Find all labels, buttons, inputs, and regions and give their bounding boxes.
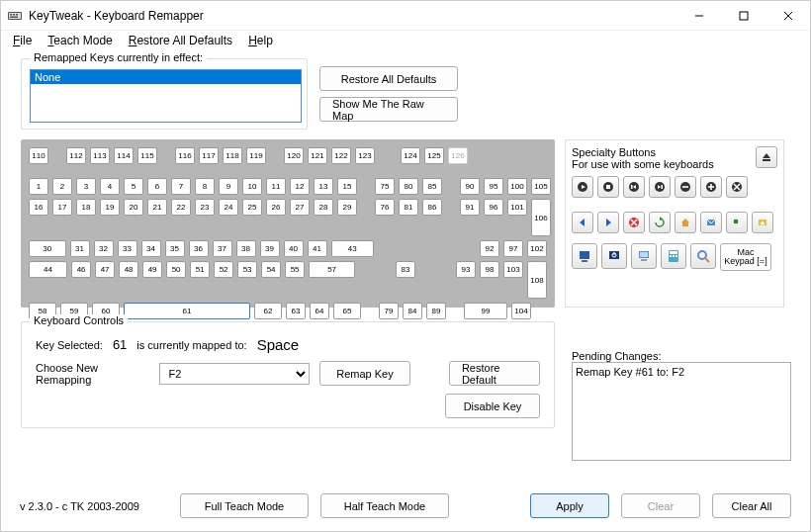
stop-nav-icon[interactable] — [623, 212, 645, 233]
key-1[interactable]: 1 — [29, 178, 48, 195]
key-8[interactable]: 8 — [195, 178, 215, 195]
key-81[interactable]: 81 — [399, 199, 418, 216]
menu-help[interactable]: Help — [240, 32, 281, 49]
key-99[interactable]: 99 — [464, 303, 507, 319]
apply-button[interactable]: Apply — [530, 493, 609, 518]
key-96[interactable]: 96 — [484, 199, 503, 216]
volume-up-icon[interactable] — [700, 176, 722, 198]
key-120[interactable]: 120 — [284, 147, 304, 164]
key-20[interactable]: 20 — [124, 199, 143, 216]
key-50[interactable]: 50 — [166, 261, 186, 278]
next-track-icon[interactable] — [649, 176, 671, 198]
disable-key-button[interactable]: Disable Key — [445, 394, 540, 418]
forward-icon[interactable] — [597, 212, 619, 233]
key-117[interactable]: 117 — [199, 147, 219, 164]
key-49[interactable]: 49 — [142, 261, 162, 278]
key-92[interactable]: 92 — [480, 240, 499, 257]
key-85[interactable]: 85 — [422, 178, 442, 195]
key-54[interactable]: 54 — [261, 261, 281, 278]
mute-icon[interactable] — [726, 176, 748, 198]
pending-listbox[interactable]: Remap Key #61 to: F2 — [572, 362, 791, 461]
key-125[interactable]: 125 — [424, 147, 444, 164]
restore-default-button[interactable]: Restore Default — [449, 361, 540, 386]
key-30[interactable]: 30 — [29, 240, 66, 257]
key-43[interactable]: 43 — [331, 240, 374, 257]
key-106[interactable]: 106 — [531, 199, 551, 236]
key-100[interactable]: 100 — [507, 178, 527, 195]
key-118[interactable]: 118 — [223, 147, 242, 164]
key-103[interactable]: 103 — [503, 261, 523, 278]
play-icon[interactable] — [572, 176, 593, 198]
key-84[interactable]: 84 — [403, 303, 422, 319]
key-6[interactable]: 6 — [147, 178, 167, 195]
key-124[interactable]: 124 — [401, 147, 420, 164]
prev-track-icon[interactable] — [623, 176, 645, 198]
full-teach-mode-button[interactable]: Full Teach Mode — [180, 493, 309, 518]
key-79[interactable]: 79 — [379, 303, 399, 319]
key-17[interactable]: 17 — [52, 199, 72, 216]
search-icon[interactable] — [690, 243, 716, 269]
key-23[interactable]: 23 — [195, 199, 215, 216]
key-112[interactable]: 112 — [66, 147, 86, 164]
key-34[interactable]: 34 — [141, 240, 161, 257]
key-75[interactable]: 75 — [375, 178, 395, 195]
search-nav-icon[interactable] — [726, 212, 748, 233]
key-16[interactable]: 16 — [29, 199, 48, 216]
key-28[interactable]: 28 — [314, 199, 333, 216]
key-89[interactable]: 89 — [426, 303, 446, 319]
key-93[interactable]: 93 — [456, 261, 476, 278]
key-51[interactable]: 51 — [190, 261, 210, 278]
half-teach-mode-button[interactable]: Half Teach Mode — [320, 493, 449, 518]
mac-keypad-button[interactable]: Mac Keypad [=] — [720, 243, 771, 271]
menu-restore-defaults[interactable]: Restore All Defaults — [121, 32, 240, 49]
key-115[interactable]: 115 — [137, 147, 157, 164]
key-15[interactable]: 15 — [337, 178, 357, 195]
key-64[interactable]: 64 — [310, 303, 329, 319]
key-7[interactable]: 7 — [171, 178, 191, 195]
key-18[interactable]: 18 — [76, 199, 96, 216]
key-25[interactable]: 25 — [242, 199, 262, 216]
key-110[interactable]: 110 — [29, 147, 48, 164]
key-27[interactable]: 27 — [290, 199, 310, 216]
key-2[interactable]: 2 — [52, 178, 72, 195]
clear-all-button[interactable]: Clear All — [712, 493, 791, 518]
key-40[interactable]: 40 — [284, 240, 304, 257]
key-86[interactable]: 86 — [422, 199, 442, 216]
key-44[interactable]: 44 — [29, 261, 67, 278]
key-121[interactable]: 121 — [308, 147, 327, 164]
key-57[interactable]: 57 — [309, 261, 355, 278]
close-button[interactable] — [766, 1, 810, 30]
key-116[interactable]: 116 — [175, 147, 195, 164]
key-126[interactable]: 126 — [448, 147, 468, 164]
key-76[interactable]: 76 — [375, 199, 395, 216]
home-icon[interactable] — [675, 212, 696, 233]
calculator-icon[interactable] — [661, 243, 686, 269]
key-65[interactable]: 65 — [333, 303, 361, 319]
key-53[interactable]: 53 — [237, 261, 257, 278]
key-123[interactable]: 123 — [355, 147, 375, 164]
refresh-icon[interactable] — [649, 212, 671, 233]
key-48[interactable]: 48 — [119, 261, 138, 278]
key-12[interactable]: 12 — [290, 178, 310, 195]
remapping-dropdown[interactable]: F2 — [159, 363, 310, 385]
key-35[interactable]: 35 — [165, 240, 185, 257]
restore-all-defaults-button[interactable]: Restore All Defaults — [319, 66, 458, 91]
key-37[interactable]: 37 — [213, 240, 232, 257]
key-26[interactable]: 26 — [266, 199, 286, 216]
key-104[interactable]: 104 — [511, 303, 531, 319]
key-13[interactable]: 13 — [314, 178, 333, 195]
stop-icon[interactable] — [597, 176, 619, 198]
pending-item[interactable]: Remap Key #61 to: F2 — [576, 366, 787, 378]
key-22[interactable]: 22 — [171, 199, 191, 216]
key-61[interactable]: 61 — [124, 303, 250, 319]
eject-icon[interactable] — [756, 146, 777, 168]
show-raw-map-button[interactable]: Show Me The Raw Map — [319, 97, 458, 122]
key-101[interactable]: 101 — [507, 199, 527, 216]
clear-button[interactable]: Clear — [621, 493, 700, 518]
key-63[interactable]: 63 — [286, 303, 306, 319]
key-19[interactable]: 19 — [100, 199, 120, 216]
key-5[interactable]: 5 — [124, 178, 143, 195]
key-46[interactable]: 46 — [71, 261, 91, 278]
key-47[interactable]: 47 — [95, 261, 115, 278]
key-95[interactable]: 95 — [484, 178, 503, 195]
